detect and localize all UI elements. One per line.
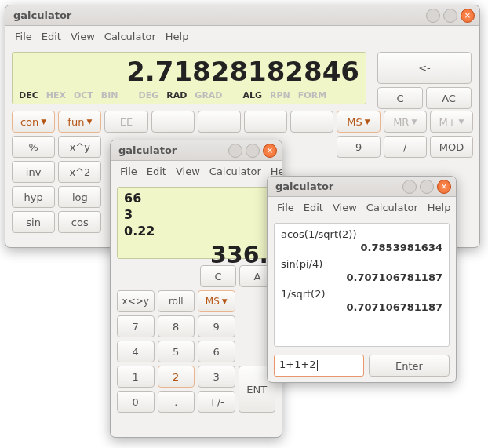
- two-button[interactable]: 2: [158, 366, 195, 388]
- four-button[interactable]: 4: [117, 341, 155, 362]
- expr-line: sin(pi/4): [281, 258, 442, 270]
- menu-edit[interactable]: Edit: [38, 29, 64, 44]
- three-button[interactable]: 3: [198, 366, 235, 388]
- close-button[interactable]: ×: [461, 9, 475, 23]
- ms-dropdown[interactable]: MS▼: [198, 290, 235, 312]
- eight-button[interactable]: 8: [158, 315, 195, 337]
- mode-grad[interactable]: GRAD: [195, 90, 222, 100]
- mode-bin[interactable]: BIN: [101, 90, 118, 100]
- swap-button[interactable]: x<>y: [117, 290, 155, 312]
- inv-button[interactable]: inv: [12, 161, 55, 183]
- display: 2.71828182846 DEC HEX OCT BIN DEG RAD GR…: [12, 52, 366, 104]
- minimize-button[interactable]: [426, 9, 440, 23]
- paper-tape[interactable]: acos(1/sqrt(2)) 0.7853981634 sin(pi/4) 0…: [274, 223, 450, 347]
- menu-file[interactable]: File: [117, 164, 140, 179]
- roll-button[interactable]: roll: [158, 290, 195, 312]
- maximize-button[interactable]: [246, 144, 260, 158]
- window-title: galculator: [115, 144, 225, 156]
- mode-rad[interactable]: RAD: [166, 90, 187, 100]
- stack-line-1: 66: [124, 191, 268, 207]
- window-paper: galculator × File Edit View Calculator H…: [267, 176, 457, 383]
- stack-line-3: 0.22: [124, 224, 268, 240]
- result-line: 0.707106781187: [281, 271, 442, 283]
- five-button[interactable]: 5: [158, 341, 195, 362]
- maximize-button[interactable]: [443, 9, 457, 23]
- menu-calculator[interactable]: Calculator: [206, 164, 264, 179]
- divide-button[interactable]: /: [384, 136, 427, 158]
- ee-button[interactable]: EE: [104, 111, 147, 133]
- titlebar[interactable]: galculator ×: [268, 177, 456, 197]
- dot-button[interactable]: .: [158, 391, 195, 413]
- menubar: File Edit View Calculator Help: [268, 197, 456, 218]
- sin-button[interactable]: sin: [12, 211, 55, 233]
- menu-view[interactable]: View: [330, 200, 360, 215]
- power-button[interactable]: x^y: [58, 136, 101, 158]
- enter-button[interactable]: Enter: [369, 355, 450, 377]
- mode-deg[interactable]: DEG: [139, 90, 159, 100]
- minimize-button[interactable]: [402, 180, 417, 194]
- plusminus-button[interactable]: +/-: [198, 391, 235, 413]
- zero-button[interactable]: 0: [117, 391, 155, 413]
- backspace-button[interactable]: <-: [377, 52, 472, 84]
- seven-button[interactable]: 7: [117, 315, 155, 337]
- fun-dropdown[interactable]: fun▼: [58, 111, 101, 133]
- titlebar[interactable]: galculator ×: [5, 5, 479, 26]
- menu-help[interactable]: Help: [162, 29, 192, 44]
- maximize-button[interactable]: [420, 180, 434, 194]
- nine-button[interactable]: 9: [198, 315, 235, 337]
- close-button[interactable]: ×: [437, 180, 451, 194]
- stack-line-2: 3: [124, 207, 268, 224]
- menu-edit[interactable]: Edit: [144, 164, 169, 179]
- clear-button[interactable]: C: [377, 87, 423, 109]
- result-line: 0.7853981634: [281, 242, 442, 253]
- hex-b-button[interactable]: [198, 111, 241, 133]
- expr-line: 1/sqrt(2): [281, 288, 442, 300]
- mplus-dropdown[interactable]: M+▼: [430, 111, 473, 133]
- window-title: galculator: [10, 9, 423, 21]
- mode-rpn[interactable]: RPN: [270, 90, 290, 100]
- window-title: galculator: [272, 180, 399, 192]
- ms-dropdown[interactable]: MS▼: [337, 111, 380, 133]
- mode-hex[interactable]: HEX: [46, 90, 66, 100]
- titlebar[interactable]: galculator ×: [111, 140, 282, 161]
- expr-line: acos(1/sqrt(2)): [281, 228, 442, 240]
- mode-form[interactable]: FORM: [298, 90, 326, 100]
- window-rpn: galculator × File Edit View Calculator H…: [110, 140, 282, 438]
- menubar: File Edit View Calculator Help: [5, 26, 479, 47]
- menu-help[interactable]: Help: [424, 200, 454, 215]
- menu-view[interactable]: View: [67, 29, 98, 44]
- mode-oct[interactable]: OCT: [74, 90, 93, 100]
- nine-button[interactable]: 9: [337, 136, 380, 158]
- menu-view[interactable]: View: [173, 164, 203, 179]
- result-line: 0.707106781187: [281, 301, 442, 313]
- menu-file[interactable]: File: [12, 29, 35, 44]
- expression-input[interactable]: 1+1+2: [274, 355, 364, 377]
- display-value: 2.71828182846: [19, 56, 359, 87]
- menu-calculator[interactable]: Calculator: [101, 29, 159, 44]
- all-clear-button[interactable]: AC: [426, 87, 472, 109]
- hex-a-button[interactable]: [151, 111, 195, 133]
- menu-edit[interactable]: Edit: [300, 200, 326, 215]
- hex-c-button[interactable]: [244, 111, 287, 133]
- menu-calculator[interactable]: Calculator: [363, 200, 421, 215]
- con-dropdown[interactable]: con▼: [12, 111, 55, 133]
- minimize-button[interactable]: [228, 144, 242, 158]
- menu-file[interactable]: File: [274, 200, 297, 215]
- one-button[interactable]: 1: [117, 366, 155, 388]
- cos-button[interactable]: cos: [58, 211, 101, 233]
- close-button[interactable]: ×: [263, 144, 277, 158]
- percent-button[interactable]: %: [12, 136, 55, 158]
- display: 66 3 0.22 336.: [117, 187, 275, 259]
- log-button[interactable]: log: [58, 186, 101, 208]
- hyp-button[interactable]: hyp: [12, 186, 55, 208]
- clear-button[interactable]: C: [200, 265, 236, 287]
- hex-d-button[interactable]: [290, 111, 333, 133]
- square-button[interactable]: x^2: [58, 161, 101, 183]
- mr-dropdown[interactable]: MR▼: [384, 111, 427, 133]
- mode-dec[interactable]: DEC: [19, 90, 38, 100]
- text-cursor-icon: [317, 360, 318, 371]
- six-button[interactable]: 6: [198, 341, 235, 362]
- mode-alg[interactable]: ALG: [243, 90, 263, 100]
- menubar: File Edit View Calculator Help: [111, 161, 282, 182]
- mod-button[interactable]: MOD: [430, 136, 473, 158]
